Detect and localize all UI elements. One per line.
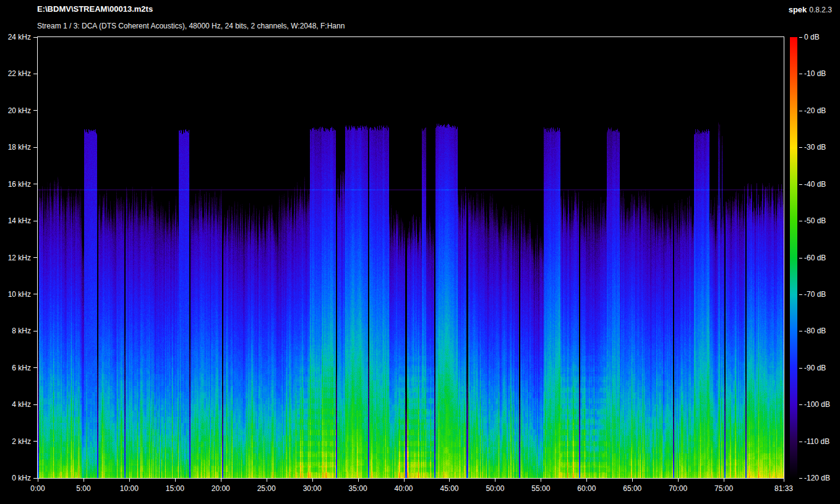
y-axis-tick-label: 20 kHz xyxy=(8,106,31,115)
x-axis-tick-label: 0:00 xyxy=(30,484,45,493)
app-version: 0.8.2.3 xyxy=(809,6,832,14)
x-axis-tick xyxy=(358,479,359,482)
y-axis-tick-label: 18 kHz xyxy=(8,143,31,152)
y-axis-tick xyxy=(33,184,37,184)
legend-tick xyxy=(799,74,802,74)
x-axis-tick-label: 65:00 xyxy=(623,484,641,493)
legend-tick-label: -20 dB xyxy=(804,106,826,115)
y-axis-tick xyxy=(33,294,37,294)
legend-tick-label: -50 dB xyxy=(804,216,826,225)
legend-tick-label: -40 dB xyxy=(804,180,826,189)
legend-tick-label: -30 dB xyxy=(804,143,826,152)
y-axis-tick-label: 2 kHz xyxy=(12,437,31,446)
legend-tick-label: -70 dB xyxy=(804,290,826,299)
x-axis-tick xyxy=(449,479,450,482)
x-axis-tick-label: 81:33 xyxy=(774,484,793,493)
y-axis-tick xyxy=(33,221,37,221)
legend-tick-label: -80 dB xyxy=(804,327,826,335)
legend-tick xyxy=(799,478,802,479)
stream-info: Stream 1 / 3: DCA (DTS Coherent Acoustic… xyxy=(37,22,345,30)
x-axis-tick-label: 35:00 xyxy=(349,484,367,493)
y-axis-tick-label: 0 kHz xyxy=(12,474,31,482)
x-axis-tick-label: 40:00 xyxy=(395,484,413,493)
legend-gradient-bar xyxy=(790,37,797,479)
x-axis-tick xyxy=(724,479,724,482)
y-axis-tick-label: 4 kHz xyxy=(12,400,31,409)
legend-tick xyxy=(799,404,802,405)
x-axis-tick-label: 50:00 xyxy=(486,484,504,493)
legend-tick xyxy=(799,184,802,185)
y-axis-tick-label: 6 kHz xyxy=(12,364,31,372)
legend-tick xyxy=(799,221,802,221)
y-axis-tick-label: 24 kHz xyxy=(8,33,31,41)
x-axis-tick xyxy=(784,479,784,482)
plot-area: 24 kHz22 kHz20 kHz18 kHz16 kHz14 kHz12 k… xyxy=(37,36,784,479)
x-axis-tick xyxy=(678,479,679,482)
y-axis-tick xyxy=(33,257,37,258)
x-axis-tick-label: 10:00 xyxy=(120,484,139,493)
y-axis-tick xyxy=(33,110,37,111)
legend-tick xyxy=(799,294,802,295)
x-axis-tick xyxy=(404,479,405,482)
x-axis-tick-label: 5:00 xyxy=(76,484,90,493)
x-axis-tick-label: 55:00 xyxy=(531,484,550,493)
legend-tick xyxy=(799,331,802,331)
legend-tick xyxy=(799,442,802,442)
y-axis-tick-label: 12 kHz xyxy=(8,254,31,262)
x-axis-tick xyxy=(129,479,130,482)
legend-tick xyxy=(799,368,802,369)
y-axis-tick-label: 22 kHz xyxy=(8,69,31,78)
y-axis-tick xyxy=(33,331,37,331)
x-axis-tick-label: 45:00 xyxy=(440,484,458,493)
y-axis-tick-label: 16 kHz xyxy=(8,180,31,189)
y-axis-tick xyxy=(33,404,37,405)
y-axis-tick xyxy=(33,147,37,148)
x-axis-tick xyxy=(495,479,495,482)
legend-tick-label: -100 dB xyxy=(804,400,830,409)
x-axis-tick xyxy=(541,479,541,482)
spek-window: { "app": { "title": "E:\\BDMV\\STREAM\\0… xyxy=(0,0,840,504)
legend-tick-label: -110 dB xyxy=(804,437,829,446)
x-axis-tick xyxy=(84,479,84,482)
x-axis-tick xyxy=(175,479,176,482)
y-axis-tick xyxy=(33,441,37,442)
x-axis-tick-label: 60:00 xyxy=(577,484,596,493)
y-axis-tick xyxy=(33,74,37,74)
y-axis-tick-label: 10 kHz xyxy=(8,290,31,299)
app-brand: spek0.8.2.3 xyxy=(789,5,832,14)
x-axis-tick xyxy=(312,479,313,482)
legend-tick xyxy=(799,37,802,38)
legend-tick-label: -60 dB xyxy=(804,254,826,262)
y-axis-tick xyxy=(33,367,37,368)
x-axis-tick-label: 75:00 xyxy=(714,484,733,493)
app-name: spek xyxy=(789,5,807,14)
y-axis-tick-label: 14 kHz xyxy=(8,216,31,225)
spectrogram-canvas xyxy=(38,37,784,478)
y-axis-tick-label: 8 kHz xyxy=(12,327,31,335)
legend-tick xyxy=(799,147,802,148)
y-axis-tick xyxy=(33,37,37,38)
legend-tick-label: 0 dB xyxy=(804,33,820,41)
legend-tick xyxy=(799,111,802,111)
legend-tick-label: -10 dB xyxy=(804,69,826,78)
legend: 0 dB-10 dB-20 dB-30 dB-40 dB-50 dB-60 dB… xyxy=(790,37,839,479)
x-axis-tick xyxy=(221,479,221,482)
x-axis-tick xyxy=(586,479,587,482)
legend-tick-label: -90 dB xyxy=(804,364,826,372)
x-axis-tick xyxy=(632,479,633,482)
y-axis-tick xyxy=(33,478,37,479)
file-path-title: E:\BDMV\STREAM\00013.m2ts xyxy=(37,4,153,14)
x-axis-tick xyxy=(38,479,38,482)
x-axis-tick-label: 25:00 xyxy=(257,484,276,493)
x-axis-tick-label: 70:00 xyxy=(669,484,687,493)
legend-tick-label: -120 dB xyxy=(804,474,830,482)
x-axis-tick-label: 20:00 xyxy=(212,484,230,493)
x-axis-tick-label: 15:00 xyxy=(166,484,184,493)
legend-tick xyxy=(799,258,802,258)
x-axis-tick-label: 30:00 xyxy=(303,484,322,493)
x-axis-tick xyxy=(267,479,267,482)
